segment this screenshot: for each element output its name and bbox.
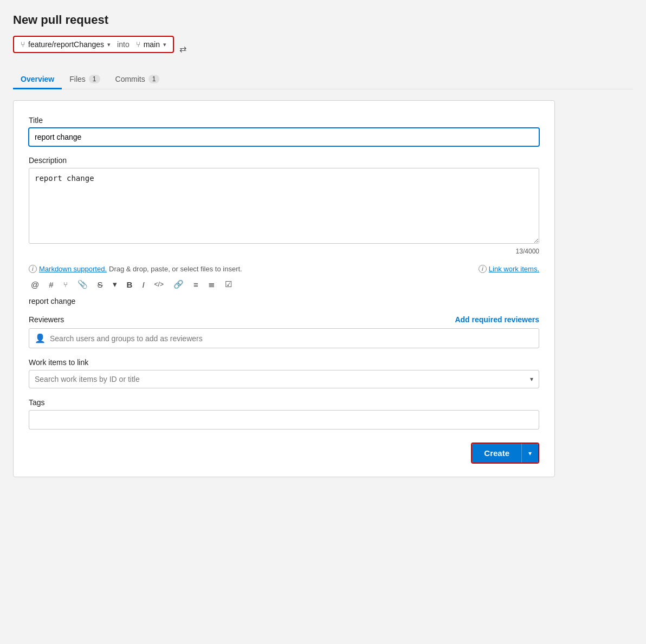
reviewers-search-input[interactable] [50, 334, 533, 343]
formatting-toolbar: @ # ⑂ 📎 S ▾ B I </> 🔗 ≡ ≣ ☑ [29, 278, 539, 290]
target-branch-icon: ⑂ [136, 40, 140, 49]
link-button[interactable]: 🔗 [171, 278, 186, 290]
create-button-group: Create ▾ [471, 443, 539, 464]
description-group: Description report change 13/4000 [29, 156, 539, 255]
markdown-hint: Drag & drop, paste, or select files to i… [109, 265, 242, 273]
bold-button[interactable]: B [125, 279, 135, 290]
mention-button[interactable]: @ [29, 279, 41, 290]
work-items-label: Work items to link [29, 358, 539, 367]
form-card: Title Description report change 13/4000 … [13, 100, 555, 477]
reviewers-label: Reviewers [29, 315, 64, 324]
reviewers-search-wrapper: 👤 [29, 328, 539, 348]
tab-files[interactable]: Files 1 [62, 70, 107, 89]
markdown-right: i Link work items. [479, 265, 539, 273]
link-work-info-icon: i [479, 265, 487, 273]
create-dropdown-button[interactable]: ▾ [521, 444, 538, 463]
tab-commits[interactable]: Commits 1 [108, 70, 167, 89]
italic-button[interactable]: I [140, 279, 146, 290]
tab-commits-label: Commits [115, 75, 145, 83]
reviewers-header-row: Reviewers Add required reviewers [29, 315, 539, 324]
heading-button[interactable]: ▾ [111, 278, 119, 290]
swap-branches-icon[interactable]: ⇄ [179, 44, 186, 54]
work-items-dropdown-icon: ▾ [530, 375, 533, 383]
numbered-button[interactable]: ≣ [206, 278, 217, 290]
add-required-reviewers-link[interactable]: Add required reviewers [455, 315, 539, 324]
tab-bar: Overview Files 1 Commits 1 [13, 70, 633, 89]
target-branch-chevron-icon: ▾ [163, 41, 166, 48]
tab-commits-badge: 1 [148, 75, 160, 83]
work-items-input-container[interactable]: ▾ [29, 370, 539, 388]
tab-files-label: Files [69, 75, 86, 83]
source-branch-chevron-icon: ▾ [107, 41, 111, 48]
reviewers-search-input-container[interactable]: 👤 [29, 328, 539, 348]
description-label: Description [29, 156, 539, 165]
link-work-items[interactable]: Link work items. [489, 265, 539, 273]
tags-label: Tags [29, 398, 539, 407]
markdown-left: i Markdown supported. Drag & drop, paste… [29, 265, 242, 273]
source-branch-icon: ⑂ [21, 40, 25, 49]
markdown-row: i Markdown supported. Drag & drop, paste… [29, 265, 539, 273]
reviewers-group: Reviewers Add required reviewers 👤 [29, 315, 539, 348]
title-label: Title [29, 116, 539, 125]
tasklist-button[interactable]: ☑ [223, 278, 234, 290]
tab-overview[interactable]: Overview [13, 70, 62, 89]
markdown-link[interactable]: Markdown supported. [39, 265, 107, 273]
tab-files-badge: 1 [89, 75, 100, 83]
source-branch-name: feature/reportChanges [28, 40, 104, 49]
code-button[interactable]: </> [152, 279, 166, 289]
target-branch-name: main [144, 40, 160, 49]
tab-overview-label: Overview [21, 75, 54, 83]
title-input[interactable] [29, 128, 539, 146]
create-button[interactable]: Create [472, 444, 521, 463]
into-text: into [114, 40, 133, 49]
description-textarea[interactable]: report change [29, 168, 539, 244]
person-icon: 👤 [35, 333, 46, 343]
create-row: Create ▾ [29, 443, 539, 464]
bullets-button[interactable]: ≡ [191, 279, 201, 290]
char-count: 13/4000 [29, 248, 539, 255]
work-items-group: Work items to link ▾ [29, 358, 539, 388]
title-group: Title [29, 116, 539, 146]
info-icon: i [29, 265, 37, 273]
hashtag-button[interactable]: # [47, 279, 55, 290]
description-preview: report change [29, 297, 539, 305]
page-title: New pull request [13, 13, 633, 27]
branch-selector[interactable]: ⑂ feature/reportChanges ▾ into ⑂ main ▾ [13, 36, 174, 53]
pullrequest-button[interactable]: ⑂ [61, 279, 70, 290]
tags-group: Tags [29, 398, 539, 430]
tags-input[interactable] [29, 410, 539, 430]
attach-button[interactable]: 📎 [75, 278, 90, 290]
work-items-input[interactable] [35, 375, 530, 383]
strikethrough-button[interactable]: S [95, 279, 105, 290]
